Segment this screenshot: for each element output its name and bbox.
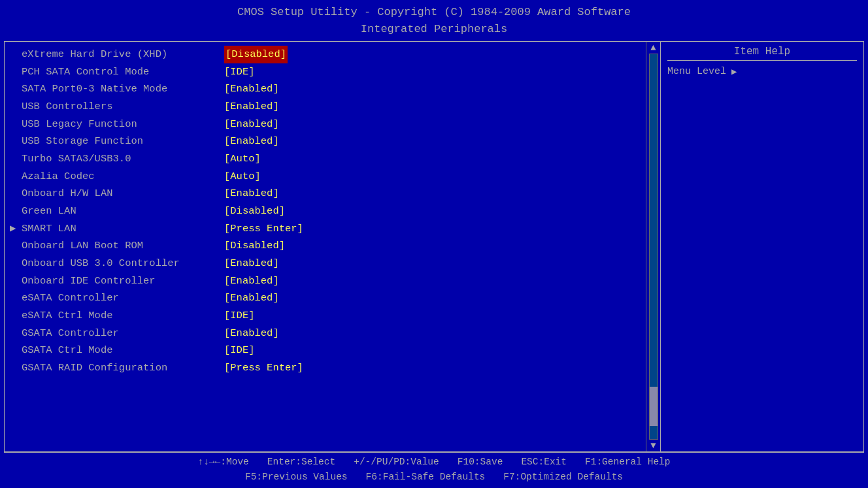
row-value: [Auto] — [224, 150, 261, 168]
row-value: [Disabled] — [224, 203, 285, 220]
row-value: [Enabled] — [224, 133, 279, 150]
footer-row2: F5:Previous ValuesF6:Fail-Safe DefaultsF… — [8, 470, 860, 485]
settings-list: eXtreme Hard Drive (XHD)[Disabled] PCH S… — [10, 46, 655, 376]
footer-key: F5:Previous Values — [245, 470, 348, 485]
scroll-down-arrow[interactable]: ▼ — [650, 441, 656, 450]
help-panel: Item Help Menu Level ▶ — [661, 42, 863, 451]
settings-row[interactable]: Onboard USB 3.0 Controller[Enabled] — [10, 255, 655, 272]
scroll-up-arrow[interactable]: ▲ — [650, 43, 656, 52]
row-name: eSATA Ctrl Mode — [22, 307, 224, 325]
row-name: Onboard USB 3.0 Controller — [22, 255, 224, 272]
row-name: GSATA RAID Configuration — [22, 359, 224, 377]
row-name: Turbo SATA3/USB3.0 — [22, 150, 224, 168]
settings-row[interactable]: Azalia Codec[Auto] — [10, 168, 655, 186]
row-name: GSATA Controller — [22, 325, 224, 342]
settings-row[interactable]: Onboard IDE Controller[Enabled] — [10, 272, 655, 290]
row-name: Green LAN — [22, 203, 224, 220]
settings-panel: eXtreme Hard Drive (XHD)[Disabled] PCH S… — [5, 42, 661, 451]
row-value: [Enabled] — [224, 255, 279, 272]
settings-row[interactable]: GSATA Ctrl Mode[IDE] — [10, 342, 655, 359]
row-value: [Press Enter] — [224, 220, 303, 238]
footer-key: +/-/PU/PD:Value — [354, 455, 439, 470]
footer-key: F10:Save — [458, 455, 503, 470]
scroll-thumb — [650, 387, 658, 426]
settings-row[interactable]: Green LAN[Disabled] — [10, 203, 655, 220]
settings-row[interactable]: eSATA Ctrl Mode[IDE] — [10, 307, 655, 325]
main-content: eXtreme Hard Drive (XHD)[Disabled] PCH S… — [4, 41, 864, 452]
scrollbar[interactable]: ▲ ▼ — [646, 42, 660, 451]
footer-key: Enter:Select — [267, 455, 335, 470]
header-line1: CMOS Setup Utility - Copyright (C) 1984-… — [4, 4, 864, 21]
row-arrow: ▶ — [10, 220, 19, 238]
row-name: SMART LAN — [22, 220, 224, 238]
row-name: GSATA Ctrl Mode — [22, 342, 224, 359]
row-name: eXtreme Hard Drive (XHD) — [22, 46, 224, 63]
header: CMOS Setup Utility - Copyright (C) 1984-… — [4, 3, 864, 37]
settings-row[interactable]: eXtreme Hard Drive (XHD)[Disabled] — [10, 46, 655, 63]
row-name: SATA Port0-3 Native Mode — [22, 80, 224, 98]
row-name: USB Controllers — [22, 98, 224, 116]
row-value: [Enabled] — [224, 185, 279, 203]
help-title: Item Help — [667, 46, 857, 61]
row-value: [Enabled] — [224, 116, 279, 133]
row-name: Azalia Codec — [22, 168, 224, 186]
row-name: Onboard IDE Controller — [22, 272, 224, 290]
footer-key: ESC:Exit — [521, 455, 567, 470]
settings-row[interactable]: SATA Port0-3 Native Mode[Enabled] — [10, 80, 655, 98]
settings-row[interactable]: Onboard LAN Boot ROM[Disabled] — [10, 237, 655, 255]
row-name: Onboard H/W LAN — [22, 185, 224, 203]
menu-level-arrow: ▶ — [731, 66, 737, 77]
footer-row1: ↑↓→←:MoveEnter:Select+/-/PU/PD:ValueF10:… — [8, 455, 860, 470]
settings-row[interactable]: USB Legacy Function[Enabled] — [10, 116, 655, 133]
row-value: [Enabled] — [224, 325, 279, 342]
row-value: [Press Enter] — [224, 359, 303, 377]
settings-row[interactable]: ▶SMART LAN[Press Enter] — [10, 220, 655, 238]
row-name: PCH SATA Control Mode — [22, 63, 224, 81]
row-name: USB Storage Function — [22, 133, 224, 150]
header-line2: Integrated Peripherals — [4, 21, 864, 38]
row-value: [Enabled] — [224, 289, 279, 307]
footer-key: F1:General Help — [585, 455, 671, 470]
footer-key: F7:Optimized Defaults — [503, 470, 623, 485]
footer-key: F6:Fail-Safe Defaults — [366, 470, 486, 485]
bios-screen: CMOS Setup Utility - Copyright (C) 1984-… — [0, 0, 868, 488]
settings-row[interactable]: PCH SATA Control Mode[IDE] — [10, 63, 655, 81]
row-value: [IDE] — [224, 63, 255, 81]
menu-level-label: Menu Level — [667, 66, 726, 77]
row-value: [Disabled] — [224, 46, 288, 63]
row-name: Onboard LAN Boot ROM — [22, 237, 224, 255]
footer: ↑↓→←:MoveEnter:Select+/-/PU/PD:ValueF10:… — [4, 452, 864, 485]
scroll-track — [649, 54, 658, 440]
row-value: [Enabled] — [224, 80, 279, 98]
settings-row[interactable]: USB Storage Function[Enabled] — [10, 133, 655, 150]
row-value: [Disabled] — [224, 237, 285, 255]
row-value: [Auto] — [224, 168, 261, 186]
menu-level-row: Menu Level ▶ — [667, 66, 857, 77]
row-value: [IDE] — [224, 342, 255, 359]
settings-row[interactable]: GSATA Controller[Enabled] — [10, 325, 655, 342]
row-name: USB Legacy Function — [22, 116, 224, 133]
settings-row[interactable]: GSATA RAID Configuration[Press Enter] — [10, 359, 655, 377]
settings-row[interactable]: Turbo SATA3/USB3.0[Auto] — [10, 150, 655, 168]
settings-row[interactable]: USB Controllers[Enabled] — [10, 98, 655, 116]
footer-key: ↑↓→←:Move — [197, 455, 248, 470]
row-value: [IDE] — [224, 307, 255, 325]
row-name: eSATA Controller — [22, 289, 224, 307]
row-value: [Enabled] — [224, 98, 279, 116]
settings-row[interactable]: Onboard H/W LAN[Enabled] — [10, 185, 655, 203]
row-value: [Enabled] — [224, 272, 279, 290]
settings-row[interactable]: eSATA Controller[Enabled] — [10, 289, 655, 307]
